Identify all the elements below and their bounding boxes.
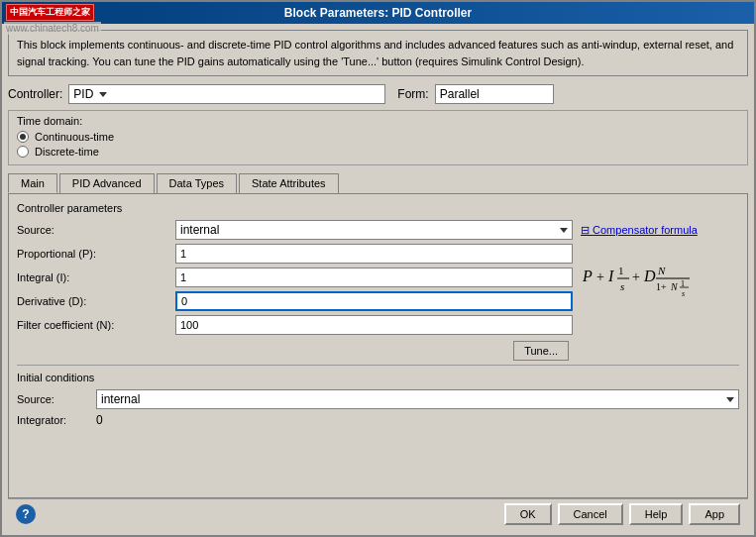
integrator-label: Integrator:	[17, 414, 96, 426]
discrete-time-label: Discrete-time	[35, 146, 99, 158]
svg-text:N: N	[657, 265, 666, 276]
apply-button[interactable]: App	[689, 503, 740, 525]
param-label-d: Derivative (D):	[17, 295, 175, 307]
source-select[interactable]: internal	[175, 220, 573, 240]
svg-text:s: s	[620, 280, 624, 292]
cancel-button[interactable]: Cancel	[558, 503, 623, 525]
logo: 中国汽车工程师之家	[6, 4, 94, 21]
main-window: 中国汽车工程师之家 Block Parameters: PID Controll…	[0, 0, 756, 537]
svg-text:1: 1	[618, 265, 624, 276]
formula-display: P + I 1 s +	[581, 247, 729, 320]
controller-value: PID	[73, 87, 93, 101]
controller-row: Controller: PID Form: Parallel	[8, 84, 748, 104]
controller-arrow	[99, 92, 107, 97]
param-label-i: Integral (I):	[17, 271, 175, 283]
initial-source-select[interactable]: internal	[96, 389, 739, 409]
title-bar: 中国汽车工程师之家 Block Parameters: PID Controll…	[2, 2, 754, 24]
svg-text:1+: 1+	[656, 281, 667, 292]
tab-pid-advanced[interactable]: PID Advanced	[59, 173, 155, 193]
source-value: internal	[180, 223, 219, 237]
description-box: This block implements continuous- and di…	[8, 30, 748, 76]
param-row-d: Derivative (D):	[17, 291, 573, 311]
left-params: Source: internal Proportional (P): Integ…	[17, 220, 573, 361]
content-area: This block implements continuous- and di…	[2, 24, 754, 535]
form-select[interactable]: Parallel	[435, 84, 554, 104]
svg-text:D: D	[643, 268, 656, 284]
time-domain-label: Time domain:	[17, 115, 739, 127]
controller-select[interactable]: PID	[68, 84, 385, 104]
discrete-time-radio[interactable]	[17, 146, 29, 158]
initial-source-row: Source: internal	[17, 389, 739, 409]
integrator-value: 0	[96, 413, 103, 427]
time-domain-box: Time domain: Continuous-time Discrete-ti…	[8, 110, 748, 165]
formula-svg: P + I 1 s +	[581, 247, 729, 316]
param-row-i: Integral (I):	[17, 268, 573, 287]
help-icon-circle[interactable]: ?	[16, 504, 36, 524]
param-input-d[interactable]	[175, 291, 573, 311]
initial-source-arrow	[726, 397, 734, 402]
source-row: Source: internal	[17, 220, 573, 240]
continuous-time-option[interactable]: Continuous-time	[17, 131, 739, 143]
param-row-p: Proportional (P):	[17, 244, 573, 264]
svg-text:s: s	[682, 289, 685, 298]
initial-source-value: internal	[101, 392, 140, 406]
tab-main[interactable]: Main	[8, 173, 57, 193]
integrator-row: Integrator: 0	[17, 413, 739, 427]
svg-text:+: +	[596, 269, 604, 284]
form-label: Form:	[397, 87, 428, 101]
window-title: Block Parameters: PID Controller	[284, 6, 472, 20]
param-row-n: Filter coefficient (N):	[17, 315, 573, 335]
source-label: Source:	[17, 224, 175, 236]
tune-row: Tune...	[17, 341, 569, 361]
controller-params-title: Controller parameters	[17, 202, 739, 214]
tab-content: Controller parameters Source: internal P…	[8, 193, 748, 498]
svg-text:+: +	[632, 269, 640, 284]
initial-conditions-title: Initial conditions	[17, 372, 739, 383]
discrete-time-option[interactable]: Discrete-time	[17, 146, 739, 158]
initial-conditions-section: Initial conditions Source: internal Inte…	[17, 365, 739, 427]
compensator-link[interactable]: ⊟ Compensator formula	[581, 224, 698, 237]
bottom-bar: ? OK Cancel Help App	[8, 498, 748, 529]
ok-button[interactable]: OK	[504, 503, 552, 525]
tune-button[interactable]: Tune...	[513, 341, 569, 361]
right-formula: ⊟ Compensator formula P + I 1	[581, 220, 739, 361]
form-value: Parallel	[440, 87, 480, 101]
svg-text:N: N	[670, 281, 679, 292]
source-arrow	[560, 228, 568, 233]
svg-text:P: P	[582, 268, 593, 284]
tab-data-types[interactable]: Data Types	[157, 173, 237, 193]
svg-text:I: I	[607, 268, 614, 284]
param-label-n: Filter coefficient (N):	[17, 319, 175, 331]
tabs: Main PID Advanced Data Types State Attri…	[8, 173, 748, 193]
controller-label: Controller:	[8, 87, 62, 101]
main-area: Source: internal Proportional (P): Integ…	[17, 220, 739, 361]
param-input-i[interactable]	[175, 268, 573, 287]
param-input-p[interactable]	[175, 244, 573, 264]
continuous-time-label: Continuous-time	[35, 131, 114, 143]
watermark: www.chinatech8.com	[4, 22, 101, 35]
tab-state-attributes[interactable]: State Attributes	[239, 173, 339, 193]
param-label-p: Proportional (P):	[17, 248, 175, 260]
param-input-n[interactable]	[175, 315, 573, 335]
initial-source-label: Source:	[17, 393, 96, 405]
continuous-time-radio[interactable]	[17, 131, 29, 143]
help-button[interactable]: Help	[629, 503, 684, 525]
